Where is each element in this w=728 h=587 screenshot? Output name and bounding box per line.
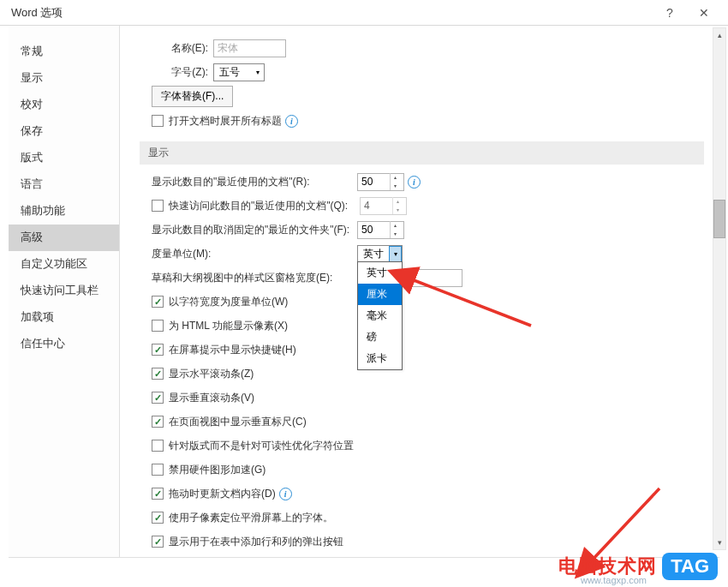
sidebar-item-quick-access[interactable]: 快速访问工具栏 — [9, 278, 119, 304]
scroll-thumb[interactable] — [713, 200, 725, 238]
quick-access-spinner[interactable]: 4 ▴▾ — [360, 197, 407, 215]
sidebar-item-general[interactable]: 常规 — [9, 39, 119, 65]
unpinned-spinner[interactable]: 50 ▴▾ — [357, 221, 404, 239]
sidebar-item-layout[interactable]: 版式 — [9, 145, 119, 171]
size-combo[interactable]: 五号 ▾ — [213, 63, 265, 81]
watermark-url: www.tagxp.com — [581, 575, 647, 585]
sidebar-item-customize-ribbon[interactable]: 自定义功能区 — [9, 251, 119, 278]
unit-label: 度量单位(M): — [152, 247, 357, 261]
unit-dropdown: 英寸 厘米 毫米 磅 派卡 — [357, 261, 403, 370]
help-button[interactable]: ? — [653, 0, 687, 26]
sidebar-item-save[interactable]: 保存 — [9, 118, 119, 145]
sidebar-item-language[interactable]: 语言 — [9, 171, 119, 198]
check-drag-update[interactable] — [152, 488, 164, 500]
style-area-field[interactable] — [407, 269, 462, 287]
watermark-tag: TAG — [662, 553, 718, 580]
recent-docs-label: 显示此数目的"最近使用的文档"(R): — [152, 175, 357, 189]
info-icon[interactable]: i — [279, 488, 292, 500]
quick-access-checkbox[interactable] — [152, 200, 164, 212]
scroll-down-icon[interactable]: ▾ — [713, 536, 725, 549]
unpinned-label: 显示此数目的取消固定的"最近的文件夹"(F): — [152, 223, 357, 237]
recent-docs-spinner[interactable]: 50 ▴▾ — [357, 173, 404, 191]
titlebar: Word 选项 ? ✕ — [0, 0, 728, 26]
sidebar: 常规 显示 校对 保存 版式 语言 辅助功能 高级 自定义功能区 快速访问工具栏… — [9, 26, 120, 557]
name-label: 名称(E): — [157, 41, 208, 56]
font-substitution-button[interactable]: 字体替换(F)... — [152, 86, 233, 107]
check-layout-opt[interactable] — [152, 440, 164, 452]
sidebar-item-addins[interactable]: 加载项 — [9, 304, 119, 331]
close-button[interactable]: ✕ — [687, 0, 721, 26]
check-subpixel[interactable] — [152, 512, 164, 524]
scroll-up-icon[interactable]: ▴ — [713, 28, 725, 42]
quick-access-label: 快速访问此数目的"最近使用的文档"(Q): — [169, 199, 360, 213]
check-html-pixels[interactable] — [152, 320, 164, 332]
sidebar-item-display[interactable]: 显示 — [9, 65, 119, 92]
size-label: 字号(Z): — [157, 65, 208, 80]
window-title: Word 选项 — [7, 5, 653, 21]
sidebar-item-accessibility[interactable]: 辅助功能 — [9, 198, 119, 225]
sidebar-item-proofing[interactable]: 校对 — [9, 92, 119, 118]
style-area-label: 草稿和大纲视图中的样式区窗格宽度(E): — [152, 271, 357, 285]
check-table-popup[interactable] — [152, 536, 164, 548]
check-char-width[interactable] — [152, 296, 164, 308]
expand-titles-label: 打开文档时展开所有标题 — [169, 114, 282, 129]
unit-option-pt[interactable]: 磅 — [358, 326, 402, 348]
unit-option-inch[interactable]: 英寸 — [358, 262, 402, 284]
sidebar-item-advanced[interactable]: 高级 — [9, 225, 119, 251]
vertical-scrollbar[interactable]: ▴ ▾ — [713, 27, 726, 550]
content-panel: 名称(E): 字号(Z): 五号 ▾ 字体替换(F)... 打开文档时展开所有标… — [127, 30, 713, 553]
check-hw-accel[interactable] — [152, 464, 164, 476]
info-icon[interactable]: i — [285, 115, 298, 128]
unit-option-pica[interactable]: 派卡 — [358, 348, 402, 369]
check-vruler[interactable] — [152, 416, 164, 428]
chevron-down-icon: ▾ — [251, 64, 264, 81]
chevron-down-icon: ▾ — [389, 246, 402, 262]
info-icon[interactable]: i — [408, 176, 421, 189]
unit-option-mm[interactable]: 毫米 — [358, 305, 402, 326]
unit-option-cm[interactable]: 厘米 — [358, 284, 402, 305]
expand-titles-checkbox[interactable] — [152, 115, 164, 127]
check-hscroll[interactable] — [152, 368, 164, 380]
name-field[interactable] — [213, 39, 286, 57]
sidebar-item-trust-center[interactable]: 信任中心 — [9, 331, 119, 357]
check-shortcuts[interactable] — [152, 344, 164, 356]
section-display-header: 显示 — [140, 141, 704, 165]
unit-combo[interactable]: 英寸 ▾ — [357, 245, 403, 263]
check-vscroll[interactable] — [152, 392, 164, 404]
